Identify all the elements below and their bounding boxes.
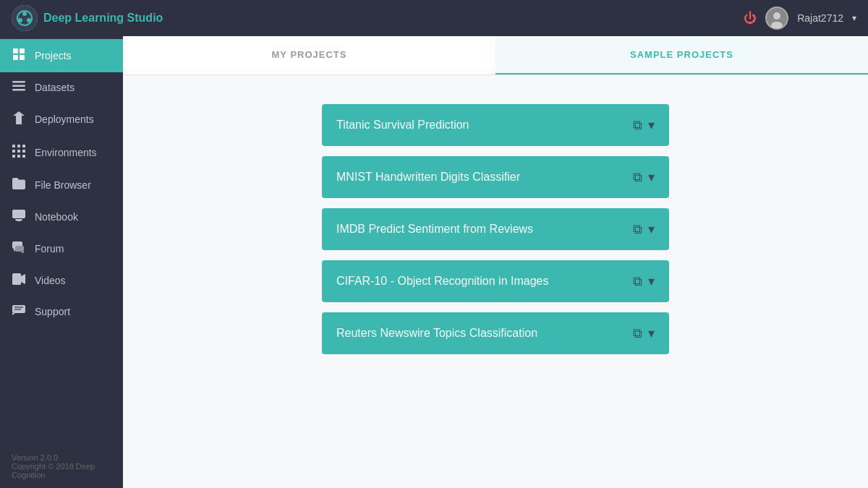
svg-marker-35 xyxy=(12,313,15,315)
project-name-titanic: Titanic Survival Prediction xyxy=(336,119,469,132)
chevron-icon-titanic[interactable]: ▾ xyxy=(648,117,655,133)
logo-area: Deep Learning Studio xyxy=(12,5,163,31)
environments-icon xyxy=(12,145,26,160)
projects-icon xyxy=(12,48,26,64)
sidebar-item-notebook[interactable]: Notebook xyxy=(0,201,123,233)
sidebar-item-forum[interactable]: Forum xyxy=(0,233,123,265)
avatar xyxy=(765,7,788,30)
forum-icon xyxy=(12,241,26,256)
sidebar-item-videos[interactable]: Videos xyxy=(0,265,123,296)
project-card-imdb[interactable]: IMDB Predict Sentiment from Reviews ⧉ ▾ xyxy=(322,208,669,250)
user-name[interactable]: Rajat2712 xyxy=(797,12,843,24)
datasets-icon xyxy=(12,81,26,94)
videos-icon xyxy=(12,273,26,288)
sidebar-item-projects[interactable]: Projects xyxy=(0,39,123,72)
header-right: ⏻ Rajat2712 ▾ xyxy=(744,7,856,30)
svg-point-3 xyxy=(27,18,31,22)
svg-rect-12 xyxy=(12,81,25,83)
main-content: MY PROJECTS SAMPLE PROJECTS Titanic Surv… xyxy=(123,36,868,488)
sidebar: Projects Datasets Depl xyxy=(0,36,123,488)
chevron-icon-imdb[interactable]: ▾ xyxy=(648,221,655,237)
copyright-text: Copyright © 2018 Deep Cognition xyxy=(12,462,111,479)
project-card-cifar[interactable]: CIFAR-10 - Object Recognition in Images … xyxy=(322,260,669,302)
svg-rect-24 xyxy=(22,155,25,158)
svg-rect-19 xyxy=(12,150,15,153)
app-name: Deep Learning Studio xyxy=(43,12,163,25)
notebook-icon xyxy=(12,210,26,224)
project-actions-titanic: ⧉ ▾ xyxy=(633,117,655,133)
svg-marker-15 xyxy=(13,111,25,124)
deployments-icon xyxy=(12,111,26,127)
svg-rect-21 xyxy=(22,150,25,153)
svg-rect-10 xyxy=(13,55,18,60)
svg-rect-27 xyxy=(17,221,21,221)
chevron-icon-reuters[interactable]: ▾ xyxy=(648,325,655,341)
project-name-mnist: MNIST Handwritten Digits Classifier xyxy=(336,171,520,184)
sidebar-label-datasets: Datasets xyxy=(35,82,75,93)
power-icon[interactable]: ⏻ xyxy=(744,11,757,26)
version-text: Version 2.0.0 xyxy=(12,453,111,462)
sidebar-label-forum: Forum xyxy=(35,243,64,254)
sidebar-nav: Projects Datasets Depl xyxy=(0,39,123,327)
sidebar-item-deployments[interactable]: Deployments xyxy=(0,103,123,136)
copy-icon-mnist[interactable]: ⧉ xyxy=(633,170,642,185)
svg-rect-8 xyxy=(13,48,18,53)
tab-sample-projects[interactable]: SAMPLE PROJECTS xyxy=(495,36,868,74)
project-actions-cifar: ⧉ ▾ xyxy=(633,273,655,289)
sidebar-item-datasets[interactable]: Datasets xyxy=(0,72,123,103)
svg-rect-20 xyxy=(17,150,20,153)
logo-icon xyxy=(12,5,38,31)
svg-point-2 xyxy=(22,12,27,16)
svg-rect-22 xyxy=(12,155,15,158)
project-name-cifar: CIFAR-10 - Object Recognition in Images xyxy=(336,275,548,288)
header: Deep Learning Studio ⏻ Rajat2712 ▾ xyxy=(0,0,868,36)
svg-rect-26 xyxy=(15,219,22,221)
project-card-mnist[interactable]: MNIST Handwritten Digits Classifier ⧉ ▾ xyxy=(322,156,669,198)
svg-rect-13 xyxy=(12,85,25,87)
sidebar-item-environments[interactable]: Environments xyxy=(0,136,123,169)
svg-rect-30 xyxy=(15,246,24,252)
svg-rect-9 xyxy=(20,48,25,53)
tabs-bar: MY PROJECTS SAMPLE PROJECTS xyxy=(123,36,868,75)
svg-point-4 xyxy=(18,18,22,22)
sidebar-label-deployments: Deployments xyxy=(35,114,94,125)
sidebar-label-notebook: Notebook xyxy=(35,211,78,223)
support-icon xyxy=(12,305,26,318)
svg-rect-17 xyxy=(17,145,20,147)
svg-rect-14 xyxy=(12,89,25,91)
svg-marker-33 xyxy=(21,274,25,284)
copy-icon-titanic[interactable]: ⧉ xyxy=(633,118,642,133)
tab-my-projects[interactable]: MY PROJECTS xyxy=(123,36,495,74)
sidebar-item-support[interactable]: Support xyxy=(0,296,123,327)
sidebar-label-videos: Videos xyxy=(35,275,66,286)
svg-marker-31 xyxy=(21,252,24,253)
svg-rect-11 xyxy=(20,55,25,60)
copy-icon-imdb[interactable]: ⧉ xyxy=(633,222,642,237)
sidebar-footer: Version 2.0.0 Copyright © 2018 Deep Cogn… xyxy=(0,445,123,488)
sidebar-label-file-browser: File Browser xyxy=(35,179,91,191)
project-name-imdb: IMDB Predict Sentiment from Reviews xyxy=(336,223,533,236)
project-actions-mnist: ⧉ ▾ xyxy=(633,169,655,185)
copy-icon-reuters[interactable]: ⧉ xyxy=(633,326,642,341)
file-browser-icon xyxy=(12,178,26,192)
project-card-reuters[interactable]: Reuters Newswire Topics Classification ⧉… xyxy=(322,312,669,354)
svg-rect-18 xyxy=(22,145,25,147)
sidebar-label-support: Support xyxy=(35,306,70,317)
project-actions-imdb: ⧉ ▾ xyxy=(633,221,655,237)
svg-rect-25 xyxy=(12,210,25,218)
projects-area: Titanic Survival Prediction ⧉ ▾ MNIST Ha… xyxy=(123,75,868,488)
sidebar-item-file-browser[interactable]: File Browser xyxy=(0,169,123,201)
layout: Projects Datasets Depl xyxy=(0,36,868,488)
user-menu-chevron[interactable]: ▾ xyxy=(852,13,856,23)
svg-rect-32 xyxy=(12,273,21,285)
svg-point-0 xyxy=(12,5,38,31)
copy-icon-cifar[interactable]: ⧉ xyxy=(633,274,642,289)
project-actions-reuters: ⧉ ▾ xyxy=(633,325,655,341)
sidebar-label-environments: Environments xyxy=(35,147,97,158)
svg-rect-23 xyxy=(17,155,20,158)
svg-rect-16 xyxy=(12,145,15,147)
sidebar-label-projects: Projects xyxy=(35,50,72,61)
chevron-icon-cifar[interactable]: ▾ xyxy=(648,273,655,289)
project-card-titanic[interactable]: Titanic Survival Prediction ⧉ ▾ xyxy=(322,104,669,146)
chevron-icon-mnist[interactable]: ▾ xyxy=(648,169,655,185)
